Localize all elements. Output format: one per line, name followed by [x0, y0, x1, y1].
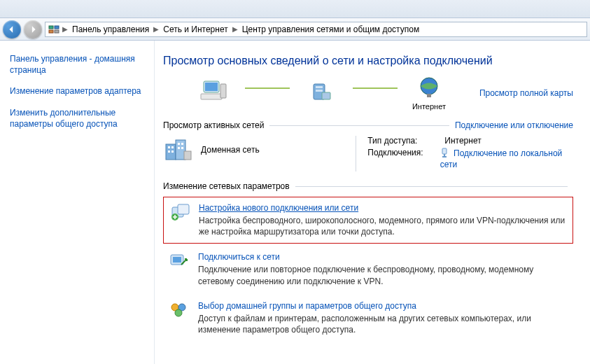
- svg-rect-18: [171, 146, 174, 148]
- new-connection-icon: [169, 203, 190, 237]
- svg-rect-6: [201, 94, 222, 99]
- sidebar-link-sharing-settings[interactable]: Изменить дополнительные параметры общего…: [10, 107, 144, 130]
- content-pane: Просмотр основных сведений о сети и наст…: [154, 41, 590, 364]
- active-network-row: Доменная сеть Тип доступа: Интернет Подк…: [163, 136, 573, 172]
- task-new-connection: Настройка нового подключения или сети На…: [163, 197, 573, 244]
- network-map: Интернет Просмотр полной карты: [163, 76, 573, 111]
- nav-bar: ▶ Панель управления ▶ Сеть и Интернет ▶ …: [0, 18, 590, 41]
- map-connector-icon: [353, 88, 398, 89]
- chevron-right-icon: ▶: [61, 25, 69, 33]
- svg-rect-1: [55, 26, 59, 29]
- svg-rect-5: [205, 83, 218, 91]
- chevron-right-icon: ▶: [231, 25, 239, 33]
- crumb-control-panel[interactable]: Панель управления: [71, 24, 150, 34]
- svg-rect-32: [173, 257, 181, 262]
- page-title: Просмотр основных сведений о сети и наст…: [163, 55, 573, 67]
- access-type-key: Тип доступа:: [367, 136, 444, 146]
- svg-rect-16: [184, 151, 191, 160]
- svg-rect-29: [178, 204, 189, 214]
- back-button[interactable]: [3, 20, 21, 38]
- chevron-right-icon: ▶: [152, 25, 160, 33]
- network-device-icon: [309, 80, 333, 104]
- active-networks-title: Просмотр активных сетей: [163, 120, 264, 130]
- view-full-map-link[interactable]: Просмотр полной карты: [479, 88, 573, 98]
- svg-rect-25: [442, 148, 447, 154]
- svg-rect-26: [444, 154, 445, 156]
- svg-rect-22: [181, 143, 183, 145]
- internet-icon: [417, 76, 441, 99]
- sidebar-link-adapter-settings[interactable]: Изменение параметров адаптера: [10, 85, 144, 97]
- svg-rect-10: [316, 90, 323, 92]
- lan-connection-icon: [440, 148, 449, 160]
- svg-rect-0: [49, 26, 53, 29]
- svg-rect-21: [178, 143, 180, 145]
- breadcrumb[interactable]: ▶ Панель управления ▶ Сеть и Интернет ▶ …: [45, 22, 587, 37]
- svg-rect-13: [427, 94, 431, 97]
- network-type-label: Доменная сеть: [201, 145, 260, 155]
- window-titlebar: [0, 0, 590, 18]
- task-connect-network: Подключиться к сети Подключение или повт…: [163, 246, 573, 292]
- control-panel-icon: [48, 24, 59, 35]
- task-connect-network-desc: Подключение или повторное подключение к …: [198, 264, 568, 286]
- forward-button[interactable]: [24, 20, 42, 38]
- crumb-network-internet[interactable]: Сеть и Интернет: [162, 24, 229, 34]
- active-networks-header: Просмотр активных сетей Подключение или …: [163, 120, 573, 130]
- access-type-value: Интернет: [444, 136, 481, 146]
- svg-point-35: [175, 309, 182, 316]
- svg-rect-20: [171, 150, 174, 153]
- svg-rect-3: [55, 30, 59, 33]
- svg-rect-11: [322, 92, 330, 99]
- task-new-connection-desc: Настройка беспроводного, широкополосного…: [199, 215, 567, 237]
- svg-rect-9: [316, 86, 323, 88]
- task-homegroup-desc: Доступ к файлам и принтерам, расположенн…: [198, 313, 568, 335]
- map-connector-icon: [245, 88, 290, 89]
- svg-rect-19: [168, 150, 170, 153]
- computer-icon: [199, 80, 227, 104]
- network-params-title: Изменение сетевых параметров: [163, 181, 290, 191]
- svg-rect-14: [166, 144, 176, 160]
- connect-network-icon: [169, 252, 190, 286]
- sidebar: Панель управления - домашняя страница Из…: [0, 41, 154, 364]
- network-params-header: Изменение сетевых параметров: [163, 181, 573, 191]
- connections-key: Подключения:: [367, 148, 440, 169]
- connect-disconnect-link[interactable]: Подключение или отключение: [455, 120, 573, 130]
- lan-connection-link[interactable]: Подключение по локальной сети: [440, 148, 563, 169]
- domain-network-icon: [163, 136, 194, 164]
- svg-rect-23: [178, 147, 180, 149]
- map-node-internet-label: Интернет: [412, 102, 446, 111]
- svg-rect-24: [181, 147, 183, 149]
- task-connect-network-link[interactable]: Подключиться к сети: [198, 252, 568, 262]
- svg-rect-27: [442, 156, 447, 158]
- task-homegroup-link[interactable]: Выбор домашней группы и параметров общег…: [198, 301, 568, 311]
- svg-rect-17: [168, 146, 170, 148]
- network-properties: Тип доступа: Интернет Подключения: Подкл…: [356, 136, 573, 172]
- homegroup-icon: [169, 301, 190, 335]
- sidebar-link-home[interactable]: Панель управления - домашняя страница: [10, 53, 144, 76]
- svg-rect-2: [49, 30, 53, 33]
- crumb-network-center[interactable]: Центр управления сетями и общим доступом: [241, 24, 421, 34]
- svg-rect-7: [220, 84, 226, 98]
- task-new-connection-link[interactable]: Настройка нового подключения или сети: [199, 203, 567, 213]
- task-homegroup: Выбор домашней группы и параметров общег…: [163, 295, 573, 341]
